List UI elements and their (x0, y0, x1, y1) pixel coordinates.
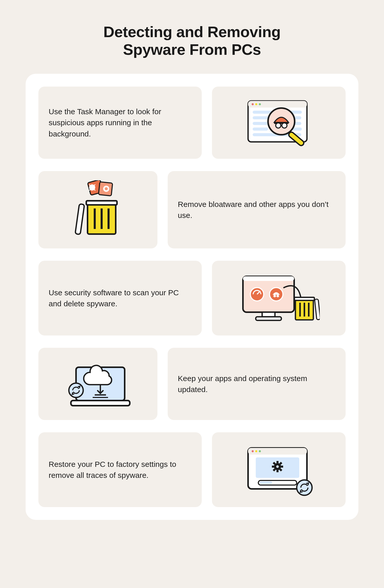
monitor-scan-trash-icon (238, 270, 320, 326)
tip-text: Use the Task Manager to look for suspici… (49, 106, 191, 140)
row-task-manager: Use the Task Manager to look for suspici… (38, 87, 346, 159)
svg-rect-31 (243, 276, 294, 281)
tile-image-update (38, 348, 157, 420)
page-title: Detecting and Removing Spyware From PCs (26, 23, 358, 58)
tile-image-factory-reset (212, 432, 346, 507)
svg-rect-33 (256, 317, 281, 320)
svg-line-62 (273, 463, 275, 464)
settings-reset-icon (240, 442, 317, 498)
tile-image-bloatware (38, 171, 157, 248)
tip-text: Use security software to scan your PC an… (49, 287, 191, 309)
svg-rect-29 (75, 204, 84, 235)
svg-point-37 (273, 295, 276, 297)
row-factory-reset: Restore your PC to factory settings to r… (38, 432, 346, 507)
svg-point-2 (252, 103, 254, 105)
tile-text-bloatware: Remove bloatware and other apps you don’… (168, 171, 346, 248)
svg-line-64 (273, 469, 275, 471)
tile-text-security-scan: Use security software to scan your PC an… (38, 261, 202, 335)
svg-rect-40 (294, 297, 314, 300)
svg-point-3 (255, 103, 257, 105)
page: Detecting and Removing Spyware From PCs … (0, 0, 384, 545)
tile-image-security-scan (212, 261, 346, 335)
tips-card: Use the Task Manager to look for suspici… (26, 74, 358, 520)
tile-text-update: Keep your apps and operating system upda… (168, 348, 346, 420)
svg-rect-46 (71, 401, 130, 406)
svg-rect-25 (86, 201, 117, 205)
svg-point-15 (282, 123, 287, 128)
svg-point-54 (255, 450, 257, 452)
svg-point-14 (276, 123, 281, 128)
tip-text: Restore your PC to factory settings to r… (49, 459, 191, 481)
svg-point-69 (297, 480, 312, 495)
svg-rect-44 (315, 299, 320, 320)
svg-rect-9 (253, 128, 268, 131)
svg-point-50 (69, 383, 83, 397)
row-update: Keep your apps and operating system upda… (38, 348, 346, 420)
svg-point-53 (252, 450, 254, 452)
svg-rect-68 (259, 481, 272, 484)
trash-icon (67, 180, 129, 239)
magnifier-spy-icon (240, 96, 317, 150)
row-security-scan: Use security software to scan your PC an… (38, 261, 346, 335)
laptop-cloud-update-icon (62, 357, 134, 411)
row-bloatware: Remove bloatware and other apps you don’… (38, 171, 346, 248)
svg-point-55 (259, 450, 261, 452)
svg-point-66 (276, 465, 279, 468)
svg-line-65 (280, 463, 282, 464)
svg-point-23 (105, 187, 108, 190)
title-line-1: Detecting and Removing (103, 23, 281, 40)
tile-image-task-manager (212, 87, 346, 159)
svg-line-63 (280, 469, 282, 471)
title-line-2: Spyware From PCs (123, 41, 261, 58)
tip-text: Remove bloatware and other apps you don’… (178, 199, 335, 221)
svg-point-38 (276, 295, 279, 297)
tip-text: Keep your apps and operating system upda… (178, 373, 335, 395)
tile-text-task-manager: Use the Task Manager to look for suspici… (38, 87, 202, 159)
svg-point-4 (259, 103, 261, 105)
svg-rect-32 (262, 312, 275, 317)
tile-text-factory-reset: Restore your PC to factory settings to r… (38, 432, 202, 507)
